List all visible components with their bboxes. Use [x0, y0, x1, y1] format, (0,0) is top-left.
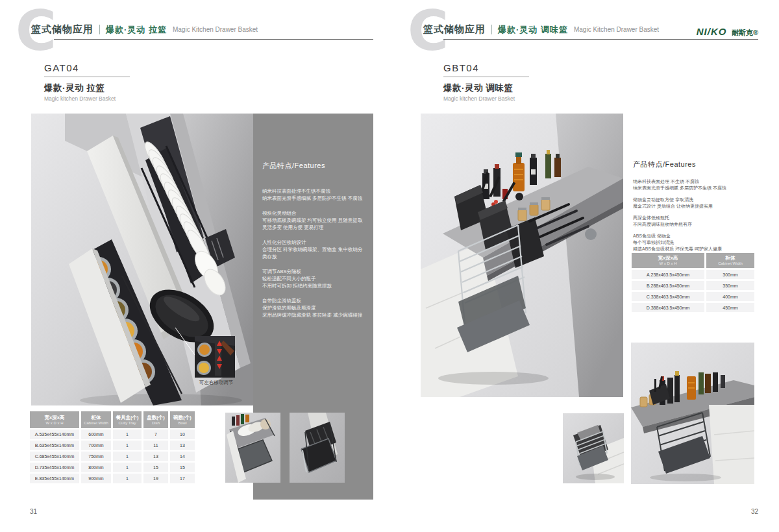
table-cell: 600mm — [81, 429, 111, 439]
feature-line: 魔盒式设计 灵动组合 让收纳更便捷实用 — [633, 203, 760, 210]
features-list: 纳米科技表面处理 不生锈 不腐蚀纳米表面光滑手感细腻 多层防护不生锈 不腐蚀储物… — [633, 178, 760, 252]
catalog-spread: C 篮式储物应用 爆款·灵动 拉篮 Magic Kitchen Drawer B… — [0, 0, 779, 532]
steel-cup — [585, 228, 597, 240]
table-cell: 900mm — [81, 474, 111, 483]
feature-line: 不同高度调味瓶收纳井然有序 — [633, 221, 760, 228]
table-cell: B.288x463.5x450mm — [632, 281, 704, 290]
thumb-photo-cutlery-basket — [290, 413, 345, 483]
header-series-en: Magic Kitchen Drawer Basket — [574, 26, 659, 33]
table-cell: 1 — [113, 441, 142, 450]
header-series-en: Magic Kitchen Drawer Basket — [173, 26, 258, 33]
table-cell: 400mm — [706, 292, 754, 301]
header-category: 篮式储物应用 — [31, 23, 93, 36]
feature-line: ABS食品级 储物盒 — [633, 233, 760, 239]
logo-nisko: NI/KO — [697, 26, 727, 37]
table-row: D.735x455x140mm800mm11515 — [30, 463, 195, 472]
feature-line: 不用时可拆卸 拒绝约束随意摆放 — [262, 282, 364, 289]
header-label-en: W x D x H — [46, 420, 64, 426]
table-header-row: 宽x深x高W x D x H柜体Cabinet Width — [632, 253, 754, 268]
product-name-en: Magic kitchen Drawer Basket — [44, 95, 130, 102]
product-rule — [443, 77, 529, 77]
table-cell: 450mm — [706, 303, 754, 312]
product-title-right: GBT04 爆款·灵动 调味篮 Magic kitchen Drawer Bas… — [443, 62, 529, 102]
header-label-cn: 宽x深x高 — [658, 255, 678, 261]
feature-line: 合理分区 科学收纳碗碟架、置物盒 集中收纳分类存放 — [262, 246, 364, 260]
feature-line: 轻松适配不同大小的瓶子 — [262, 275, 364, 282]
photo-caption: 可左右移动调节 — [193, 380, 240, 386]
table-cell: C.685x455x140mm — [30, 452, 79, 461]
table-header-row: 宽x深x高W x D x H柜体Cabinet Width餐具盒(个)Cutly… — [30, 411, 195, 428]
feature-line: 可调节ABS分隔板 — [262, 268, 364, 275]
table-row: A.535x455x140mm600mm1710 — [30, 429, 195, 439]
header-label-en: Cabinet Width — [84, 420, 108, 426]
spec-table-left: 宽x深x高W x D x H柜体Cabinet Width餐具盒(个)Cutly… — [30, 411, 195, 485]
table-cell: 7 — [143, 429, 168, 439]
header-category: 篮式储物应用 — [423, 23, 486, 36]
product-name: 爆款·灵动 调味篮 — [443, 82, 529, 94]
header-series: 爆款·灵动 拉篮 — [106, 24, 167, 36]
table-cell: 800mm — [81, 463, 111, 472]
table-cell: E.835x455x140mm — [30, 474, 79, 483]
features-panel-right: 产品特点/Features 纳米科技表面处理 不生锈 不腐蚀纳米表面光滑手感细腻… — [633, 160, 760, 258]
feature-line: 人性化分区收纳设计 — [262, 239, 364, 246]
table-cell: 15 — [170, 463, 195, 472]
table-cell: 19 — [143, 474, 168, 483]
table-cell: 1 — [113, 452, 142, 461]
feature-line: 高深盒体低矮瓶托 — [633, 215, 760, 221]
header-label-cn: 宽x深x高 — [45, 415, 65, 420]
header-rule-left — [54, 39, 373, 40]
feature-line: 纳米表面光滑手感细腻 多层防护不生锈 不腐蚀 — [262, 195, 364, 202]
header-label-cn: 碗数(个) — [173, 415, 192, 420]
feature-line: 可移动底板及碗碟架 均可独立使用 且随意提取 — [262, 217, 364, 224]
product-name-en: Magic kitchen Drawer Basket — [443, 95, 529, 102]
feature-group: 人性化分区收纳设计合理分区 科学收纳碗碟架、置物盒 集中收纳分类存放 — [262, 239, 364, 260]
feature-line: 保护滑轨的顺畅及顺滑度 — [262, 304, 364, 311]
feature-group: 高深盒体低矮瓶托不同高度调味瓶收纳井然有序 — [633, 215, 760, 228]
spice-basket-illustration — [421, 114, 623, 397]
header-label-en: Dish — [152, 420, 160, 426]
table-cell: D.735x455x140mm — [30, 463, 79, 472]
detail-inset — [195, 336, 235, 378]
header-label-en: Cutly Tray — [118, 420, 136, 426]
table-header-cell: 宽x深x高W x D x H — [30, 411, 79, 428]
header-label-cn: 柜体 — [726, 255, 736, 261]
page-header-right: 篮式储物应用 爆款·灵动 调味篮 Magic Kitchen Drawer Ba… — [423, 23, 659, 36]
feature-line: 纳米科技表面处理不生锈不腐蚀 — [262, 187, 364, 195]
feature-line: 每个可单独拆卸清洗 — [633, 239, 760, 246]
header-divider — [491, 25, 492, 34]
table-row: B.288x463.5x450mm350mm — [632, 281, 754, 290]
feature-line: 采用品牌缓冲隐藏滑轨 推拉轻柔 减少碗碟碰撞 — [262, 311, 364, 319]
header-label-cn: 盘数(个) — [147, 415, 165, 420]
table-cell: A.238x463.5x450mm — [632, 270, 704, 279]
table-cell: 13 — [143, 452, 168, 461]
table-cell: 350mm — [706, 281, 754, 290]
main-photo-drawer-basket — [31, 114, 253, 405]
table-row: C.338x463.5x450mm400mm — [632, 292, 754, 301]
thumb-photo-plate-roll-basket — [225, 413, 280, 483]
brand-logo: NI/KO 耐斯克® — [662, 26, 758, 38]
header-rule-right — [443, 39, 758, 40]
header-label-cn: 餐具盒(个) — [116, 415, 139, 420]
table-cell: A.535x455x140mm — [30, 429, 79, 439]
product-code: GAT04 — [44, 62, 130, 73]
feature-line: 储物盒灵动提取方便 拿取清洗 — [633, 197, 760, 203]
features-list: 纳米科技表面处理不生锈不腐蚀纳米表面光滑手感细腻 多层防护不生锈 不腐蚀模块化灵… — [262, 187, 364, 319]
page-header-left: 篮式储物应用 爆款·灵动 拉篮 Magic Kitchen Drawer Bas… — [31, 23, 258, 36]
table-cell: 1 — [113, 474, 142, 483]
table-cell: 15 — [143, 463, 168, 472]
table-header-cell: 碗数(个)Bowl — [170, 411, 195, 428]
main-photo-spice-basket — [421, 114, 623, 397]
table-cell: 17 — [170, 474, 195, 483]
table-row: D.388x463.5x450mm450mm — [632, 303, 754, 312]
spec-table-right: 宽x深x高W x D x H柜体Cabinet WidthA.238x463.5… — [632, 253, 754, 314]
header-series: 爆款·灵动 调味篮 — [498, 24, 568, 36]
logo-nisko-cn: 耐斯克® — [732, 29, 758, 36]
features-title: 产品特点/Features — [633, 160, 760, 169]
feature-line: 自带防尘滑轨盖板 — [262, 297, 364, 304]
header-label-en: Bowl — [178, 420, 186, 426]
product-code: GBT04 — [443, 62, 529, 73]
table-cell: B.635x455x140mm — [30, 441, 79, 450]
table-cell: 750mm — [81, 452, 111, 461]
table-cell: 1 — [113, 463, 142, 472]
feature-group: 可调节ABS分隔板轻松适配不同大小的瓶子不用时可拆卸 拒绝约束随意摆放 — [262, 268, 364, 289]
